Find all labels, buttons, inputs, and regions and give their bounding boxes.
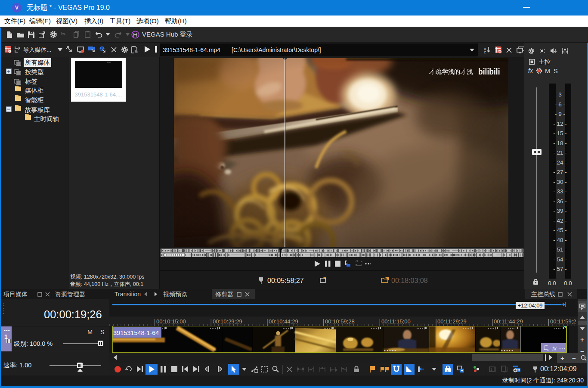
svg-text:bilibili: bilibili — [478, 67, 500, 76]
svg-text:Z: Z — [484, 50, 486, 53]
svg-text:391531548-1-64: 391531548-1-64 — [113, 329, 159, 336]
svg-text:才疏学浅的才浅: 才疏学浅的才浅 — [429, 68, 473, 75]
svg-text:a: a — [446, 369, 449, 372]
svg-text:fx: fx — [552, 345, 557, 352]
svg-text:fx: fx — [135, 50, 138, 53]
svg-text:1: 1 — [490, 367, 492, 372]
